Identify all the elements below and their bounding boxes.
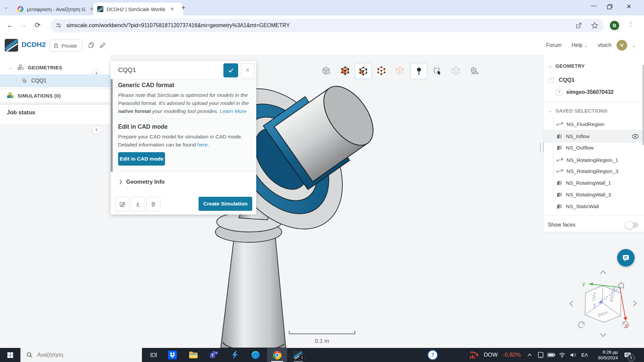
view-solid-cube-button[interactable] <box>318 63 334 78</box>
saved-selection-ns-outflow[interactable]: NS_Outflow <box>544 142 644 154</box>
url-bar[interactable]: simscale.com/workbench/?pid=911075818712… <box>50 19 604 32</box>
teams-taskbar-icon[interactable]: T <box>205 348 223 362</box>
panel-scrollbar-thumb[interactable] <box>111 79 113 180</box>
browser-menu-icon[interactable]: ⋮ <box>628 20 634 27</box>
username-label[interactable]: vtsich <box>598 42 611 48</box>
show-faces-toggle[interactable] <box>626 222 638 228</box>
rotate-ccw-icon[interactable] <box>579 322 584 328</box>
geometry-info-row[interactable]: ❯ Geometry Info <box>111 172 256 194</box>
add-simulation-button[interactable]: + <box>92 125 101 135</box>
action-center-button[interactable]: 5 <box>620 348 635 362</box>
select-faces-button[interactable] <box>355 63 372 79</box>
rotate-right-chevron[interactable] <box>633 301 636 306</box>
task-view-button[interactable] <box>144 348 163 362</box>
saved-selection-ns-inflow[interactable]: NS_Inflow <box>544 130 644 142</box>
download-geometry-button[interactable] <box>131 197 145 212</box>
tree-item-cqq1[interactable]: − CQQ1 <box>548 77 575 83</box>
saved-selection-ns-rotatingwall3[interactable]: NS_RotatingWall_3 <box>544 189 644 200</box>
privacy-button[interactable]: Private <box>50 40 82 52</box>
edit-in-cad-mode-button[interactable]: Edit in CAD mode <box>118 152 165 166</box>
account-chevron-icon[interactable]: ⌄ <box>632 43 636 48</box>
here-link[interactable]: here <box>197 142 208 147</box>
select-volumes-button[interactable] <box>337 63 353 78</box>
tree-item-simgeo[interactable]: + simgeo-356070432 <box>556 89 613 95</box>
tray-battery-icon[interactable] <box>546 348 557 362</box>
chrome-taskbar-icon-active[interactable] <box>267 348 287 362</box>
expand-expander-icon[interactable]: + <box>556 89 562 95</box>
panel-resize-handle[interactable] <box>540 142 544 153</box>
tab-close-icon[interactable]: ✕ <box>169 6 175 12</box>
taskbar-search-box[interactable] <box>20 348 142 362</box>
measure-tool-button[interactable] <box>466 63 482 78</box>
learn-more-link[interactable]: Learn More <box>220 108 246 114</box>
reload-button[interactable]: ⟳ <box>32 19 44 31</box>
nav-cube[interactable]: LEFT BOTTOM BACK <box>585 286 621 322</box>
edge-taskbar-icon[interactable] <box>246 348 265 362</box>
saved-selection-ns-fluidregion[interactable]: NS_FluidRegion <box>544 118 644 130</box>
tray-wifi-icon[interactable] <box>557 348 568 362</box>
box-select-button[interactable] <box>429 63 445 78</box>
start-button[interactable] <box>0 348 20 362</box>
select-edges-button[interactable] <box>373 63 389 78</box>
open-in-new-icon[interactable] <box>575 22 582 29</box>
tray-clock[interactable]: 9:26 μμ 30/5/2024 <box>591 348 618 362</box>
right-panel-scrollbar-thumb[interactable] <box>642 65 644 145</box>
rotate-down-chevron[interactable] <box>600 334 606 337</box>
window-restore-button[interactable] <box>606 3 613 10</box>
flash-app-taskbar-icon[interactable] <box>225 348 244 362</box>
edit-geometry-button[interactable] <box>115 197 129 212</box>
tray-volume-icon[interactable] <box>568 348 579 362</box>
saved-selection-ns-rotatingwall1[interactable]: NS_RotatingWall_1 <box>544 177 644 189</box>
simscale-logo[interactable] <box>5 39 18 52</box>
browser-tab-inactive[interactable]: μεταφραση - Αναζήτηση Goog ✕ <box>13 3 99 15</box>
stock-ticker-icon[interactable] <box>467 348 482 362</box>
new-tab-button[interactable]: + <box>181 3 185 12</box>
saved-selections-header[interactable]: ⌄ SAVED SELECTIONS <box>548 108 607 114</box>
rename-pencil-icon[interactable] <box>99 42 106 49</box>
sidebar-item-geometries[interactable]: ⌄ GEOMETRIES + <box>0 61 111 74</box>
file-explorer-taskbar-icon[interactable] <box>184 348 203 362</box>
help-menu[interactable]: Help ⌄ <box>572 42 588 48</box>
tray-device-icon[interactable] <box>535 348 546 362</box>
chevron-down-icon[interactable]: ⌄ <box>9 65 12 70</box>
geometry-tree-header[interactable]: ⌄ GEOMETRY <box>548 63 585 69</box>
job-status-row[interactable]: Job status <box>0 105 111 120</box>
saved-selection-ns-rotatingregion1[interactable]: NS_RotatingRegion_1 <box>544 154 644 166</box>
rotate-left-chevron[interactable] <box>570 301 573 306</box>
window-close-button[interactable]: ✕ <box>623 3 635 10</box>
forward-button[interactable]: → <box>17 19 30 31</box>
collapse-expander-icon[interactable]: − <box>548 77 554 83</box>
sidebar-item-simulations[interactable]: SIMULATIONS (0) + <box>0 89 111 102</box>
ticker-change[interactable]: -0,82% <box>500 348 524 362</box>
dropbox-taskbar-icon[interactable] <box>163 348 182 362</box>
site-settings-icon[interactable] <box>56 22 62 28</box>
forum-link[interactable]: Forum <box>546 42 561 48</box>
delete-geometry-button[interactable] <box>146 197 160 212</box>
user-avatar[interactable]: V <box>616 40 627 51</box>
nav-cube-widget[interactable]: LEFT BOTTOM BACK y X Z <box>564 266 644 342</box>
confirm-button[interactable] <box>223 63 238 77</box>
saved-selection-ns-rotatingregion3[interactable]: NS_RotatingRegion_3 <box>544 165 644 177</box>
window-minimize-button[interactable]: — <box>588 2 599 9</box>
back-button[interactable]: ← <box>4 19 16 31</box>
tray-help-icon[interactable]: ? <box>425 348 440 362</box>
probe-point-button[interactable] <box>411 63 427 79</box>
browser-tab-active[interactable]: DCDH2 | SimScale Workbench ✕ <box>93 3 183 15</box>
browser-profile-avatar[interactable]: B <box>610 21 619 30</box>
saved-selection-ns-staticwall[interactable]: NS_StaticWall <box>544 200 644 212</box>
bookmark-star-icon[interactable] <box>591 22 598 29</box>
create-simulation-button[interactable]: Create Simulation <box>199 197 252 211</box>
sidebar-item-cqq1[interactable]: └ CQQ1 <box>0 74 111 87</box>
close-panel-button[interactable]: ✕ <box>241 63 254 78</box>
project-title[interactable]: DCDH2 <box>21 41 46 49</box>
tray-language-indicator[interactable]: ΕΛ <box>579 348 590 362</box>
ticker-symbol[interactable]: DOW <box>482 348 499 362</box>
support-chat-button[interactable] <box>617 249 635 266</box>
simscale-app-taskbar-icon[interactable]: 1 <box>288 348 307 362</box>
rotate-up-chevron[interactable] <box>600 271 606 274</box>
tray-expand-chevron[interactable] <box>524 348 535 362</box>
search-input[interactable] <box>37 352 122 358</box>
copy-project-icon[interactable] <box>88 42 95 49</box>
tab-search-chevron-icon[interactable]: ⌄ <box>4 4 8 10</box>
visibility-eye-icon[interactable] <box>632 134 639 139</box>
